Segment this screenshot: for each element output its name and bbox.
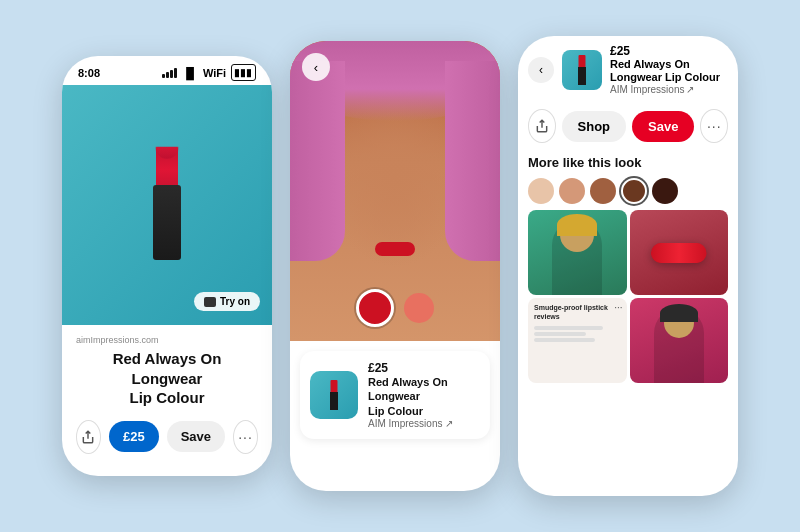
phone-2: ‹ £25 Red Always On LongwearLip Colour A… — [290, 41, 500, 491]
product-header: ‹ £25 Red Always On Longwear Lip Colour … — [518, 36, 738, 103]
product-title: Red Always On LongwearLip Colour — [76, 349, 258, 408]
share-button[interactable] — [528, 109, 556, 143]
product-brand: AIM Impressions ↗ — [610, 84, 728, 95]
card-price: £25 — [368, 361, 480, 375]
product-price: £25 — [610, 44, 728, 58]
battery-icon: ▮▮▮ — [231, 64, 256, 81]
grid-item-4[interactable] — [630, 298, 729, 383]
hair-right — [445, 61, 500, 261]
camera-view: ‹ — [290, 41, 500, 341]
swatch-red[interactable] — [356, 289, 394, 327]
swatch-3[interactable] — [590, 178, 616, 204]
share-icon — [535, 119, 549, 133]
action-bar: Shop Save ··· — [518, 103, 738, 149]
back-button[interactable]: ‹ — [528, 57, 554, 83]
save-button[interactable]: Save — [167, 421, 225, 452]
product-thumbnail — [310, 371, 358, 419]
card-info: £25 Red Always On LongwearLip Colour AIM… — [368, 361, 480, 429]
lipstick-product-image — [140, 150, 195, 260]
swatch-2[interactable] — [559, 178, 585, 204]
lips-overlay — [375, 242, 415, 256]
card-brand: AIM Impressions ↗ — [368, 418, 480, 429]
dots-icon: ··· — [707, 118, 722, 134]
shop-button[interactable]: Shop — [562, 111, 627, 142]
share-button[interactable] — [76, 420, 101, 454]
grid-item-2[interactable] — [630, 210, 729, 295]
color-swatches — [518, 174, 738, 210]
grid-caption-3: Smudge-proof lipstick reviews — [534, 303, 621, 321]
related-images-grid: Smudge-proof lipstick reviews ··· — [518, 210, 738, 383]
more-options-button[interactable]: ··· — [700, 109, 728, 143]
header-info: £25 Red Always On Longwear Lip Colour AI… — [610, 44, 728, 95]
product-info: aimImpressions.com Red Always On Longwea… — [62, 325, 272, 476]
product-thumbnail — [562, 50, 602, 90]
status-bar: 8:08 ▐▌ WiFi ▮▮▮ — [62, 56, 272, 85]
try-on-label: Try on — [220, 296, 250, 307]
back-button[interactable]: ‹ — [302, 53, 330, 81]
swatch-4-selected[interactable] — [621, 178, 647, 204]
grid-item-1[interactable] — [528, 210, 627, 295]
product-title: Red Always On Longwear Lip Colour — [610, 58, 728, 84]
try-on-badge[interactable]: Try on — [194, 292, 260, 311]
more-options-button[interactable]: ··· — [233, 420, 258, 454]
phone-3: ‹ £25 Red Always On Longwear Lip Colour … — [518, 36, 738, 496]
save-button[interactable]: Save — [632, 111, 694, 142]
color-swatches — [356, 289, 434, 327]
product-card: £25 Red Always On LongwearLip Colour AIM… — [300, 351, 490, 439]
price-button[interactable]: £25 — [109, 421, 159, 452]
lipstick-mini-body — [330, 392, 338, 410]
network-icon: ▐▌ — [182, 67, 198, 79]
product-url: aimImpressions.com — [76, 335, 258, 345]
swatch-5[interactable] — [652, 178, 678, 204]
action-bar: £25 Save ··· — [76, 420, 258, 454]
grid-item-dots[interactable]: ··· — [614, 302, 622, 313]
grid-item-3[interactable]: Smudge-proof lipstick reviews ··· — [528, 298, 627, 383]
lipstick-mini-icon — [575, 55, 589, 85]
phone-1: 8:08 ▐▌ WiFi ▮▮▮ Try on aimImpressions.c… — [62, 56, 272, 476]
lipstick-body — [153, 185, 181, 260]
product-image: Try on — [62, 85, 272, 325]
card-title: Red Always On LongwearLip Colour — [368, 375, 480, 418]
share-icon — [81, 430, 95, 444]
dots-icon: ··· — [238, 429, 253, 445]
swatch-1[interactable] — [528, 178, 554, 204]
wifi-icon: WiFi — [203, 67, 226, 79]
external-link-icon: ↗ — [445, 418, 453, 429]
swatch-pink[interactable] — [404, 293, 434, 323]
more-to-try-button[interactable]: More to try — [76, 476, 258, 477]
time-display: 8:08 — [78, 67, 100, 79]
external-link-icon: ↗ — [686, 84, 694, 95]
lipstick-mini-icon — [327, 380, 341, 410]
camera-icon — [204, 297, 216, 307]
signal-icon — [162, 68, 177, 78]
lip-mini-body — [578, 67, 586, 85]
hair-left — [290, 61, 345, 261]
section-title: More like this look — [518, 149, 738, 174]
